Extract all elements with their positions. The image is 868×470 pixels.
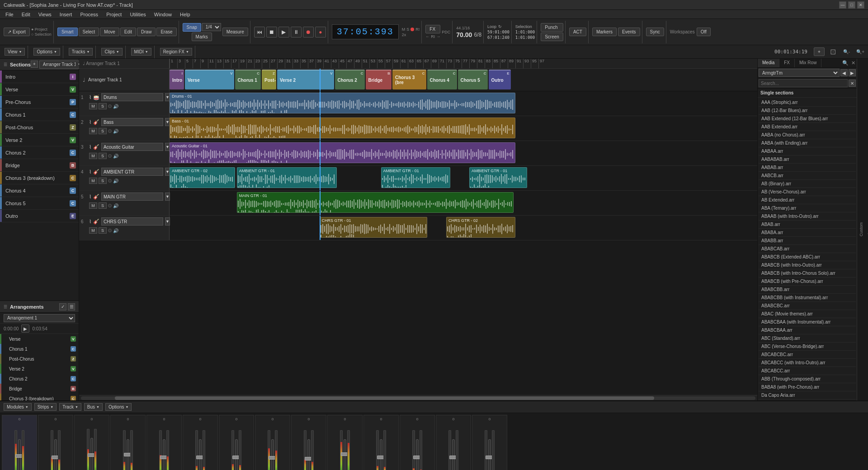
media-list-item[interactable]: ABAB.arr <box>759 221 856 229</box>
track-mute-btn[interactable]: M <box>89 103 97 109</box>
menu-file[interactable]: File <box>2 11 17 18</box>
clip[interactable]: CHRS GTR - 01 <box>320 217 427 238</box>
arranger-block[interactable]: C Chorus 5 <box>458 70 488 89</box>
ch-fader[interactable] <box>163 439 165 470</box>
menu-help[interactable]: Help <box>176 11 194 18</box>
menu-window[interactable]: Window <box>151 11 175 18</box>
ch-fader[interactable] <box>307 439 310 470</box>
track-dropdown[interactable]: Track <box>59 403 81 411</box>
pause-btn[interactable]: ⏸ <box>291 27 302 38</box>
ch-fader[interactable] <box>199 439 202 470</box>
draw-btn[interactable]: Draw <box>137 28 156 36</box>
arranger-block[interactable]: V Verse <box>185 70 234 89</box>
ch-fader[interactable] <box>416 439 419 470</box>
screen-btn[interactable]: Screen <box>541 33 563 41</box>
media-list-item[interactable]: ABABCBC.arr <box>759 302 856 310</box>
section-item[interactable]: Chorus 3 (breakdown) C <box>0 172 79 184</box>
arr-section-item[interactable]: Bridge B <box>0 384 79 394</box>
maximize-btn[interactable]: □ <box>848 1 855 9</box>
close-btn[interactable]: ✕ <box>857 1 864 9</box>
media-list-item[interactable]: AABABAB.arr <box>759 155 856 164</box>
media-list-item[interactable]: ABCABCC (with Intro-Outro).arr <box>759 359 856 367</box>
media-list-item[interactable]: ABCABCBC.arr <box>759 351 856 359</box>
track-speaker-icon[interactable]: 🔊 <box>113 154 118 159</box>
arranger-block[interactable]: C Chorus 1 <box>235 70 261 89</box>
sections-track-select[interactable]: Arranger Track 1 <box>39 61 85 69</box>
punch-btn[interactable]: Punch <box>541 23 563 32</box>
select-btn[interactable]: Select <box>79 28 99 36</box>
arr-play-btn[interactable]: ▶ <box>21 324 29 333</box>
arranger-block[interactable]: I Intro <box>170 70 184 89</box>
media-list-item[interactable]: AABA (with Ending).arr <box>759 139 856 147</box>
section-item[interactable]: Pre-Chorus P <box>0 96 79 108</box>
media-list-item[interactable]: ABB (Through-composed).arr <box>759 375 856 383</box>
media-list-item[interactable]: ABABCB (with Intro-Outro).arr <box>759 261 856 269</box>
track-solo-btn[interactable]: S <box>99 153 107 159</box>
track-name-input[interactable] <box>101 193 163 201</box>
strips-dropdown[interactable]: Strips <box>34 403 57 411</box>
section-item[interactable]: Chorus 4 C <box>0 184 79 197</box>
add-track-btn[interactable]: + <box>814 47 825 56</box>
media-list-item[interactable]: AB (Verse-Chorus).arr <box>759 188 856 196</box>
ch-fader[interactable] <box>380 439 382 470</box>
tracks-dropdown[interactable]: Tracks <box>69 48 93 56</box>
clip[interactable]: AMBIENT GTR - 01 <box>469 167 527 188</box>
snap-btn[interactable]: Snap <box>183 23 201 32</box>
section-item[interactable]: Chorus 2 C <box>0 146 79 159</box>
zoom-out-btn[interactable]: 🔍- <box>841 49 852 54</box>
arr-section-item[interactable]: Chorus 3 (breakdown) C <box>0 394 79 400</box>
arranger-block[interactable]: V Verse 2 <box>277 70 334 89</box>
media-list-item[interactable]: BABA8 (with Pre-Chorus).arr <box>759 383 856 391</box>
arranger-block[interactable]: C Chorus 3 (bre <box>392 70 426 89</box>
section-item[interactable]: Verse V <box>0 83 79 96</box>
marks-btn[interactable]: Marks <box>192 33 212 41</box>
arr-check-btn[interactable]: ✓ <box>59 303 66 310</box>
media-close-btn[interactable]: ✕ <box>850 59 857 67</box>
track-mute-btn[interactable]: M <box>89 153 97 159</box>
measure-btn[interactable]: Measure <box>222 28 248 36</box>
snap-value[interactable]: 1/4 <box>202 23 221 31</box>
clip[interactable]: AMBIENT GTR - 02 <box>170 167 235 188</box>
menu-edit[interactable]: Edit <box>18 11 34 18</box>
arr-section-item[interactable]: Chorus 1 C <box>0 344 79 354</box>
track-mute-btn[interactable]: M <box>89 128 97 134</box>
media-list-item[interactable]: AABAB.arr <box>759 164 856 172</box>
clip[interactable]: CHRS GTR - 02 <box>446 217 515 238</box>
clip[interactable]: AMBIENT GTR - 01 <box>237 167 337 188</box>
clip[interactable]: MAIN GTR - 01 <box>237 192 514 213</box>
edit-btn[interactable]: Edit <box>120 28 136 36</box>
section-item[interactable]: Post-Chorus Z <box>0 121 79 134</box>
track-name-input[interactable] <box>101 143 163 151</box>
section-item[interactable]: Outro E <box>0 210 79 222</box>
media-list-item[interactable]: ABC (Verse-Chorus-Bridge).arr <box>759 343 856 351</box>
modules-dropdown[interactable]: Modules <box>4 403 32 411</box>
media-list-item[interactable]: ABAAB (with Intro-Outro).arr <box>759 212 856 221</box>
zoom-fit-btn[interactable]: ⊡ <box>827 47 839 56</box>
ch-fader[interactable] <box>344 439 346 470</box>
arranger-block[interactable]: E Outro <box>489 70 511 89</box>
sections-add-btn[interactable]: + <box>31 61 38 68</box>
play-btn[interactable]: ▶ <box>278 27 289 38</box>
markers-btn[interactable]: Markers <box>592 28 617 36</box>
clip[interactable]: Acoustic Guitar - 01 <box>170 142 515 163</box>
ch-fader[interactable] <box>90 438 93 470</box>
track-name-input[interactable] <box>101 93 163 101</box>
zoom-in-btn[interactable]: 🔍+ <box>854 49 866 54</box>
media-list-item[interactable]: ABABCB (with Intro-Chorus Solo).arr <box>759 269 856 277</box>
bus-dropdown[interactable]: Bus <box>84 403 103 411</box>
media-search-btn[interactable]: 🔍 <box>841 59 850 67</box>
act-btn[interactable]: ACT <box>569 28 586 36</box>
section-item[interactable]: Chorus 1 C <box>0 108 79 121</box>
media-search-go-btn[interactable]: ✕ <box>849 80 856 87</box>
menu-views[interactable]: Views <box>35 11 55 18</box>
clip[interactable]: AMBIENT GTR - 01 <box>381 167 450 188</box>
media-search-input[interactable] <box>759 79 848 87</box>
section-item[interactable]: Bridge B <box>0 159 79 172</box>
track-name-input[interactable] <box>101 118 163 126</box>
track-speaker-icon[interactable]: 🔊 <box>113 104 118 109</box>
menu-process[interactable]: Process <box>76 11 102 18</box>
off-btn[interactable]: Off <box>697 28 711 36</box>
track-name-input[interactable] <box>101 217 163 226</box>
track-solo-btn[interactable]: S <box>99 202 107 209</box>
track-solo-btn[interactable]: S <box>99 227 107 234</box>
